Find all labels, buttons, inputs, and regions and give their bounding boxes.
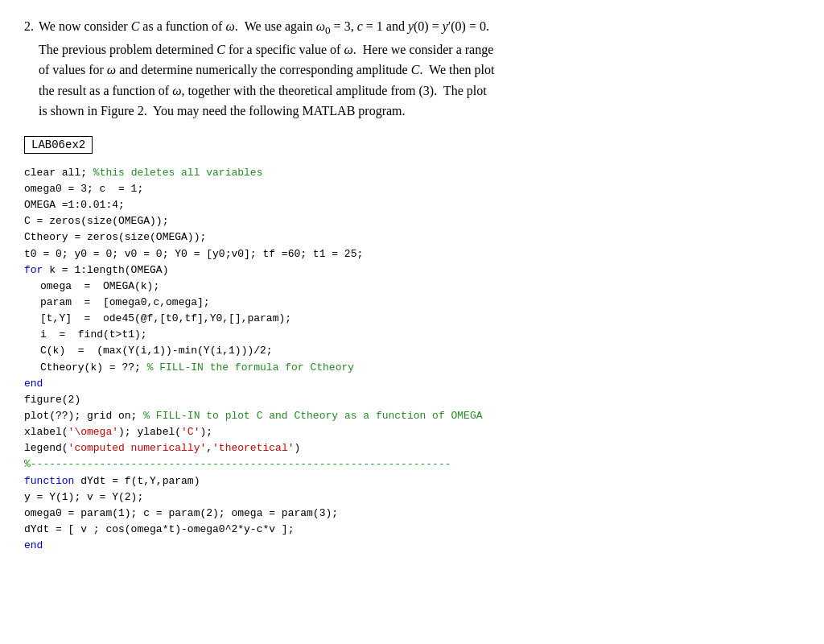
problem-body: We now consider C as a function of ω. We… [39,16,800,122]
code-label: LAB06ex2 [24,136,93,154]
problem-text: 2. We now consider C as a function of ω.… [24,16,800,122]
code-line-22: omega0 = param(1); c = param(2); omega =… [24,506,800,522]
code-line-12: C(k) = (max(Y(i,1))-min(Y(i,1)))/2; [24,343,800,359]
code-line-9: param = [omega0,c,omega]; [24,295,800,311]
code-line-19: %---------------------------------------… [24,456,800,473]
code-line-16: plot(??); grid on; % FILL-IN to plot C a… [24,408,800,424]
code-line-21: y = Y(1); v = Y(2); [24,489,800,506]
problem-line-5: is shown in Figure 2. You may need the f… [39,104,406,118]
code-line-5: Ctheory = zeros(size(OMEGA)); [24,229,800,246]
code-line-17: xlabel('\omega'); ylabel('C'); [24,424,800,440]
code-line-1: clear all; %this deletes all variables [24,165,800,181]
problem-line-1: We now consider C as a function of ω. We… [39,19,489,33]
code-line-10: [t,Y] = ode45(@f,[t0,tf],Y0,[],param); [24,311,800,327]
code-line-8: omega = OMEGA(k); [24,279,800,295]
code-line-7: for k = 1:length(OMEGA) [24,262,800,279]
code-line-2: omega0 = 3; c = 1; [24,181,800,197]
problem-line-2: The previous problem determined C for a … [39,43,493,56]
code-block: clear all; %this deletes all variables o… [24,165,800,554]
code-line-6: t0 = 0; y0 = 0; v0 = 0; Y0 = [y0;v0]; tf… [24,246,800,262]
problem-line-4: the result as a function of ω, together … [39,84,487,97]
code-line-14: end [24,376,800,392]
code-line-11: i = find(t>t1); [24,327,800,343]
code-line-18: legend('computed numerically','theoretic… [24,440,800,456]
code-line-4: C = zeros(size(OMEGA)); [24,213,800,229]
problem-line-3: of values for ω and determine numericall… [39,63,494,76]
code-line-20: function dYdt = f(t,Y,param) [24,473,800,489]
code-line-13: Ctheory(k) = ??; % FILL-IN the formula f… [24,360,800,376]
code-line-3: OMEGA =1:0.01:4; [24,197,800,213]
code-line-23: dYdt = [ v ; cos(omega*t)-omega0^2*y-c*v… [24,522,800,538]
code-line-15: figure(2) [24,392,800,408]
problem-number: 2. [24,16,34,37]
code-line-24: end [24,538,800,554]
problem-container: 2. We now consider C as a function of ω.… [24,16,800,554]
